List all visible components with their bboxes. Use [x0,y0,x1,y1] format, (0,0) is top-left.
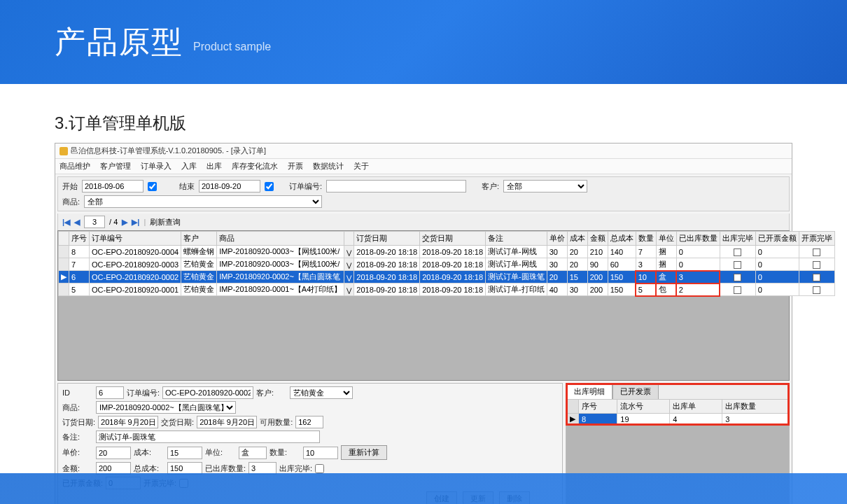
orderno-filter-input[interactable] [326,180,466,192]
end-date-input[interactable] [199,180,260,192]
grid-header[interactable]: 订货日期 [354,232,420,246]
product-filter-select[interactable]: 全部 [84,195,322,208]
avail-input[interactable] [295,416,323,428]
customer-select[interactable]: 艺铂黄金 [290,386,353,399]
grid-header[interactable]: 已出库数量 [676,232,720,246]
customer-filter-label: 客户: [482,181,499,192]
dh-seq: 序号 [579,400,617,414]
cost-label: 成本: [134,447,164,458]
grid-header[interactable]: 总成本 [608,232,636,246]
grid-header[interactable]: 交货日期 [420,232,486,246]
menu-customer[interactable]: 客户管理 [100,161,131,172]
pager-page-input[interactable] [84,216,105,228]
grid-row[interactable]: 8OC-EPO-20180920-0004螺蛳金钢IMP-20180920-00… [59,246,835,258]
pager-first-icon[interactable]: |◀ [62,218,70,227]
grid-header[interactable]: 备注 [486,232,547,246]
product-select[interactable]: IMP-20180920-0002~【黑白圆珠笔】 [96,401,236,414]
slide-header: 产品原型 Product sample [0,0,847,84]
orderno-input[interactable] [162,386,253,399]
start-date-check[interactable] [148,182,157,191]
grid-row[interactable]: 5OC-EPO-20180920-0001艺铂黄金IMP-20180920-00… [59,284,835,296]
pager-total: / 4 [109,218,118,226]
orderno-filter-label: 订单编号: [289,181,322,192]
menu-about[interactable]: 关于 [354,161,369,172]
grid-header[interactable]: 订单编号 [90,232,181,246]
pager-refresh-button[interactable]: 刷新查询 [150,217,181,227]
recalc-button[interactable]: 重新计算 [341,445,387,460]
header-title-en: Product sample [193,41,271,53]
shipdone-check[interactable] [315,464,324,473]
price-label: 单价: [62,447,93,458]
dh-qty: 出库数量 [722,400,789,414]
grid-header[interactable]: 金额 [587,232,608,246]
window-title: 邑泊信息科技-订单管理系统-V.1.0.20180905. - [录入订单] [71,146,266,156]
product-filter-label: 商品: [62,197,80,207]
menu-inbound[interactable]: 入库 [181,161,197,172]
menu-bar: 商品维护 客户管理 订单录入 入库 出库 库存变化流水 开票 数据统计 关于 [55,159,792,174]
pager-last-icon[interactable]: ▶| [132,218,139,227]
shipdone-label: 出库完毕: [279,463,312,474]
totalcost-label: 总成本: [134,463,164,474]
amount-label: 金额: [62,463,93,474]
grid-row[interactable]: 7OC-EPO-20180920-0003艺铂黄金IMP-20180920-00… [59,258,835,271]
delivdate-label: 交货日期: [161,417,194,428]
filter-panel: 开始 结束 订单编号: 客户: 全部 商品: 全部 [57,176,790,211]
unit-input[interactable] [239,447,267,459]
grid-header[interactable]: 单位 [656,232,676,246]
grid-header[interactable]: 商品 [217,232,344,246]
product-label: 商品: [62,402,93,413]
pager-next-icon[interactable]: ▶ [122,218,127,227]
grid-header[interactable]: 出库完毕 [720,232,755,246]
grid-header[interactable]: 客户 [181,232,217,246]
menu-product[interactable]: 商品维护 [59,161,90,172]
grid-row[interactable]: ▶6OC-EPO-20180920-0002艺铂黄金IMP-20180920-0… [59,271,835,284]
cost-input[interactable] [167,447,202,459]
qty-input[interactable] [303,447,338,459]
grid-header[interactable] [344,232,354,246]
orderdate-label: 订货日期: [62,417,95,428]
delivdate-input[interactable] [197,416,257,428]
end-date-check[interactable] [265,182,274,191]
header-title-cn: 产品原型 [55,22,183,63]
avail-label: 可用数量: [260,417,293,428]
remark-label: 备注: [62,432,93,442]
shipped-label: 已出库数量: [205,463,246,474]
tab-outbound-detail[interactable]: 出库明细 [566,384,612,399]
orderdate-input[interactable] [98,416,158,428]
grid-header[interactable]: 单价 [547,232,567,246]
id-label: ID [62,388,93,397]
orderno-label: 订单编号: [127,388,160,398]
customer-filter-select[interactable]: 全部 [503,180,587,192]
pager-prev-icon[interactable]: ◀ [74,218,80,227]
detail-grid[interactable]: 序号 流水号 出库单 出库数量 ▶ 8 19 4 3 [566,399,789,425]
app-icon [59,147,68,155]
grid-header[interactable]: 已开票金额 [755,232,799,246]
grid-header[interactable]: 序号 [69,232,90,246]
id-input[interactable] [96,386,124,399]
pager: |◀ ◀ / 4 ▶ ▶| | 刷新查询 [57,214,790,230]
grid-header[interactable]: 开票完毕 [799,232,834,246]
grid-header[interactable]: 成本 [567,232,587,246]
start-date-input[interactable] [82,180,144,192]
app-window: 邑泊信息科技-订单管理系统-V.1.0.20180905. - [录入订单] 商… [55,143,792,504]
menu-outbound[interactable]: 出库 [206,161,222,172]
order-grid[interactable]: 序号订单编号客户商品订货日期交货日期备注单价成本金额总成本数量单位已出库数量出库… [57,230,790,381]
customer-label: 客户: [256,388,287,398]
title-bar: 邑泊信息科技-订单管理系统-V.1.0.20180905. - [录入订单] [55,144,792,159]
end-date-label: 结束 [179,181,195,192]
menu-stock-flow[interactable]: 库存变化流水 [232,161,278,172]
menu-stats[interactable]: 数据统计 [313,161,344,172]
price-input[interactable] [96,447,131,459]
grid-header[interactable]: 数量 [636,232,656,246]
slide-footer [0,473,847,504]
dh-flow: 流水号 [617,400,670,414]
start-date-label: 开始 [62,181,78,192]
detail-row[interactable]: ▶ 8 19 4 3 [567,414,789,425]
tab-invoiced[interactable]: 已开发票 [612,384,659,399]
unit-label: 单位: [205,447,236,458]
remark-input[interactable] [96,430,320,443]
qty-label: 数量: [270,447,300,458]
menu-order-entry[interactable]: 订单录入 [141,161,172,172]
menu-invoice[interactable]: 开票 [288,161,303,172]
dh-out: 出库单 [670,400,722,414]
